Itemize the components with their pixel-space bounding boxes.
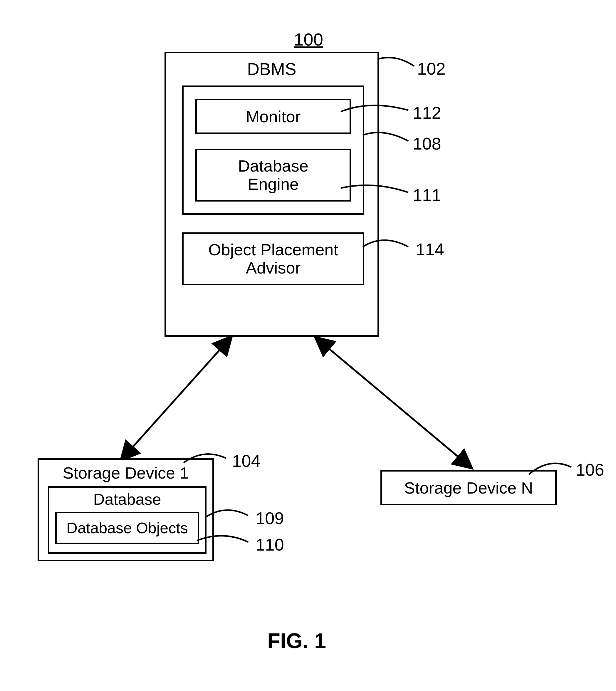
storage-device-1-title: Storage Device 1 [63,463,189,482]
diagram-canvas: 100 DBMS Monitor Database Engine Object … [0,0,616,691]
leader-111 [341,182,414,203]
object-placement-advisor-box: Object Placement Advisor [182,232,364,285]
dbms-title: DBMS [247,59,296,79]
figure-caption: FIG. 1 [267,629,326,653]
arrow-dbms-storage1 [114,337,238,463]
database-objects-box: Database Objects [55,512,199,544]
database-title: Database [93,490,161,508]
ref-111: 111 [413,185,441,205]
database-box: Database Database Objects [48,486,206,554]
leader-112 [341,97,414,121]
leader-108 [363,129,413,150]
storage-device-n-title: Storage Device N [404,478,533,497]
ref-112: 112 [413,103,441,123]
leader-104 [183,448,230,472]
ref-110: 110 [256,535,284,554]
ref-114: 114 [416,239,444,259]
leader-109 [206,505,252,526]
svg-line-0 [126,343,226,454]
arrow-dbms-storagen [313,337,480,472]
figure-number: 100 [294,29,323,50]
ref-108: 108 [413,134,441,153]
leader-106 [529,457,576,480]
dbms-group-box: Monitor Database Engine [182,86,364,215]
database-engine-box: Database Engine [195,149,351,201]
leader-102 [379,56,423,79]
ref-102: 102 [417,59,446,79]
storage-device-1-box: Storage Device 1 Database Database Objec… [38,458,214,561]
leader-110 [197,532,252,552]
leader-114 [363,235,413,259]
ref-106: 106 [576,460,604,479]
ref-109: 109 [256,508,284,528]
monitor-box: Monitor [195,99,351,134]
svg-line-1 [322,343,466,463]
ref-104: 104 [232,451,261,471]
